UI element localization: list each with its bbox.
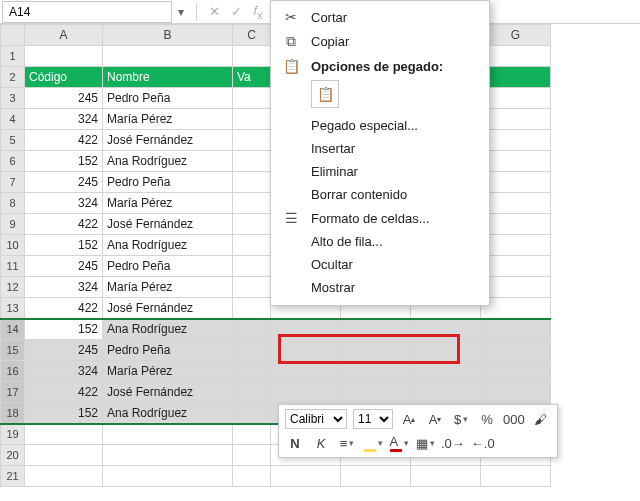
cell[interactable] <box>25 424 103 445</box>
cell[interactable]: 152 <box>25 151 103 172</box>
font-select[interactable]: Calibri <box>285 409 347 429</box>
cell[interactable] <box>271 340 341 361</box>
cell[interactable]: María Pérez <box>103 193 233 214</box>
row-header-16[interactable]: 16 <box>1 361 25 382</box>
menu-show[interactable]: Mostrar <box>271 276 489 299</box>
cell[interactable] <box>233 109 271 130</box>
bold-button[interactable]: N <box>285 433 305 453</box>
cell[interactable]: José Fernández <box>103 298 233 319</box>
cell[interactable] <box>481 214 551 235</box>
cell[interactable]: 324 <box>25 277 103 298</box>
cell[interactable] <box>481 340 551 361</box>
menu-clear-contents[interactable]: Borrar contenido <box>271 183 489 206</box>
increase-decimal-button[interactable]: .0→ <box>441 433 465 453</box>
cell[interactable] <box>233 466 271 487</box>
row-header-11[interactable]: 11 <box>1 256 25 277</box>
cell[interactable] <box>25 466 103 487</box>
cell[interactable] <box>233 88 271 109</box>
currency-button[interactable]: $ <box>451 409 471 429</box>
cell[interactable]: Ana Rodríguez <box>103 319 233 340</box>
cell[interactable]: 422 <box>25 298 103 319</box>
col-header-A[interactable]: A <box>25 25 103 46</box>
menu-copy[interactable]: ⧉ Copiar <box>271 29 489 54</box>
cell[interactable]: María Pérez <box>103 361 233 382</box>
font-size-select[interactable]: 11 <box>353 409 393 429</box>
cell[interactable]: 422 <box>25 382 103 403</box>
row-header-4[interactable]: 4 <box>1 109 25 130</box>
fill-color-button[interactable] <box>363 433 383 453</box>
cell[interactable] <box>481 46 551 67</box>
row-header-5[interactable]: 5 <box>1 130 25 151</box>
cell[interactable] <box>233 235 271 256</box>
cell[interactable] <box>411 340 481 361</box>
menu-insert[interactable]: Insertar <box>271 137 489 160</box>
cell[interactable] <box>233 172 271 193</box>
cell[interactable] <box>341 319 411 340</box>
format-painter-icon[interactable]: 🖌 <box>531 409 551 429</box>
cell[interactable] <box>481 193 551 214</box>
cell[interactable] <box>411 361 481 382</box>
cell[interactable] <box>481 151 551 172</box>
row-header-17[interactable]: 17 <box>1 382 25 403</box>
menu-paste-special[interactable]: Pegado especial... <box>271 114 489 137</box>
cell[interactable] <box>481 319 551 340</box>
cell[interactable]: 324 <box>25 361 103 382</box>
row-header-3[interactable]: 3 <box>1 88 25 109</box>
cell[interactable]: María Pérez <box>103 109 233 130</box>
cell[interactable]: 422 <box>25 130 103 151</box>
col-header-B[interactable]: B <box>103 25 233 46</box>
cell[interactable]: Ana Rodríguez <box>103 403 233 424</box>
decrease-decimal-button[interactable]: ←.0 <box>471 433 495 453</box>
cell[interactable]: José Fernández <box>103 214 233 235</box>
cell[interactable] <box>481 67 551 88</box>
cell[interactable] <box>341 361 411 382</box>
cell[interactable] <box>411 319 481 340</box>
cell[interactable] <box>233 424 271 445</box>
cell[interactable] <box>271 319 341 340</box>
cell[interactable] <box>25 445 103 466</box>
cell[interactable] <box>481 256 551 277</box>
cell[interactable]: Pedro Peña <box>103 172 233 193</box>
cell[interactable]: 152 <box>25 235 103 256</box>
cell[interactable] <box>341 466 411 487</box>
cell[interactable] <box>233 277 271 298</box>
cell[interactable]: Ana Rodríguez <box>103 151 233 172</box>
cell[interactable] <box>341 382 411 403</box>
row-header-19[interactable]: 19 <box>1 424 25 445</box>
row-header-6[interactable]: 6 <box>1 151 25 172</box>
font-color-button[interactable]: A <box>389 433 409 453</box>
cell[interactable] <box>103 445 233 466</box>
cell[interactable] <box>233 445 271 466</box>
cell[interactable]: 245 <box>25 340 103 361</box>
cell[interactable]: 152 <box>25 319 103 340</box>
cell[interactable]: 422 <box>25 214 103 235</box>
row-header-7[interactable]: 7 <box>1 172 25 193</box>
cell[interactable] <box>481 88 551 109</box>
name-box-dropdown-icon[interactable]: ▾ <box>172 5 190 19</box>
cell[interactable]: Nombre <box>103 67 233 88</box>
cell[interactable] <box>233 214 271 235</box>
cell[interactable]: 245 <box>25 88 103 109</box>
cell[interactable] <box>103 46 233 67</box>
fx-icon[interactable]: fx <box>247 3 269 21</box>
menu-hide[interactable]: Ocultar <box>271 253 489 276</box>
cell[interactable]: Ana Rodríguez <box>103 235 233 256</box>
cell[interactable] <box>411 382 481 403</box>
cell[interactable] <box>233 382 271 403</box>
paste-default-button[interactable]: 📋 <box>311 80 339 108</box>
cell[interactable] <box>271 361 341 382</box>
cell[interactable]: 324 <box>25 109 103 130</box>
cell[interactable]: María Pérez <box>103 277 233 298</box>
row-header-2[interactable]: 2 <box>1 67 25 88</box>
cell[interactable] <box>481 109 551 130</box>
decrease-font-button[interactable]: A▾ <box>425 409 445 429</box>
cell[interactable] <box>481 298 551 319</box>
col-header-G[interactable]: G <box>481 25 551 46</box>
menu-cut[interactable]: ✂ Cortar <box>271 5 489 29</box>
percent-button[interactable]: % <box>477 409 497 429</box>
cell[interactable]: José Fernández <box>103 130 233 151</box>
cell[interactable] <box>271 382 341 403</box>
comma-style-button[interactable]: 000 <box>503 409 525 429</box>
cell[interactable]: Va <box>233 67 271 88</box>
cell[interactable] <box>481 235 551 256</box>
